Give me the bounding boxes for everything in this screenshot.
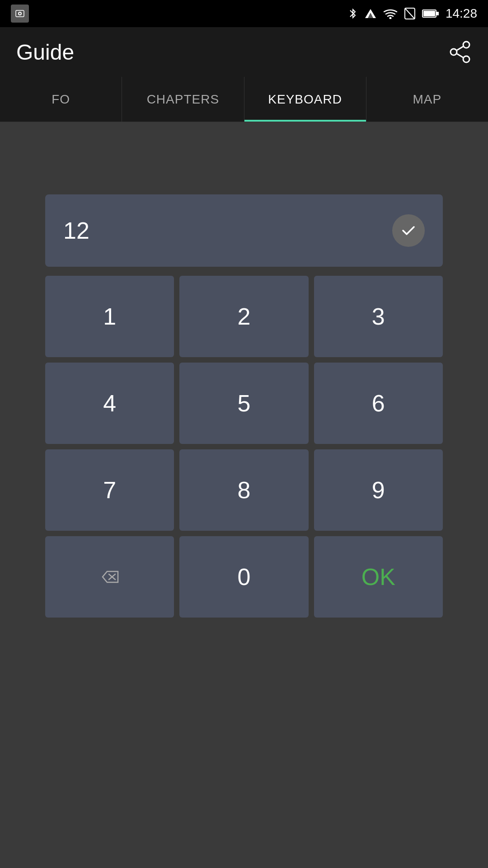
share-button[interactable] <box>448 40 472 64</box>
tab-bar: FO CHAPTERS KEYBOARD MAP <box>0 77 488 122</box>
numpad: 1 2 3 4 5 6 7 8 9 0 OK <box>45 276 443 618</box>
svg-point-12 <box>450 49 457 55</box>
wifi-icon <box>383 8 398 19</box>
tab-keyboard[interactable]: KEYBOARD <box>244 77 366 122</box>
svg-rect-9 <box>423 11 435 16</box>
key-2[interactable]: 2 <box>179 276 308 357</box>
svg-rect-10 <box>436 12 439 15</box>
key-8[interactable]: 8 <box>179 449 308 531</box>
tab-info[interactable]: FO <box>0 77 122 122</box>
tab-chapters[interactable]: CHAPTERS <box>122 77 244 122</box>
keyboard-content: 12 1 2 3 4 5 6 7 8 9 0 OK <box>0 122 488 618</box>
battery-icon <box>422 9 439 19</box>
photo-icon <box>11 5 29 23</box>
svg-point-2 <box>19 13 21 14</box>
key-9[interactable]: 9 <box>314 449 443 531</box>
status-bar: 14:28 <box>0 0 488 27</box>
confirm-button[interactable] <box>392 214 425 247</box>
key-7[interactable]: 7 <box>45 449 174 531</box>
key-3[interactable]: 3 <box>314 276 443 357</box>
svg-line-15 <box>457 54 464 58</box>
keyboard-display: 12 <box>45 194 443 267</box>
key-4[interactable]: 4 <box>45 363 174 444</box>
key-5[interactable]: 5 <box>179 363 308 444</box>
signal-icon <box>364 8 377 19</box>
status-time: 14:28 <box>446 6 477 21</box>
svg-line-7 <box>405 8 415 19</box>
svg-point-13 <box>463 56 469 62</box>
svg-point-5 <box>389 17 391 19</box>
key-6[interactable]: 6 <box>314 363 443 444</box>
display-value: 12 <box>63 217 89 244</box>
svg-line-14 <box>457 47 464 51</box>
app-title: Guide <box>16 40 74 65</box>
key-0[interactable]: 0 <box>179 536 308 618</box>
sim-icon <box>404 7 416 20</box>
key-ok[interactable]: OK <box>314 536 443 618</box>
svg-point-11 <box>463 42 469 48</box>
status-bar-right: 14:28 <box>348 6 477 21</box>
app-header: Guide <box>0 27 488 77</box>
key-1[interactable]: 1 <box>45 276 174 357</box>
tab-map[interactable]: MAP <box>366 77 488 122</box>
key-backspace[interactable] <box>45 536 174 618</box>
bluetooth-icon <box>348 7 358 20</box>
status-bar-left <box>11 5 29 23</box>
